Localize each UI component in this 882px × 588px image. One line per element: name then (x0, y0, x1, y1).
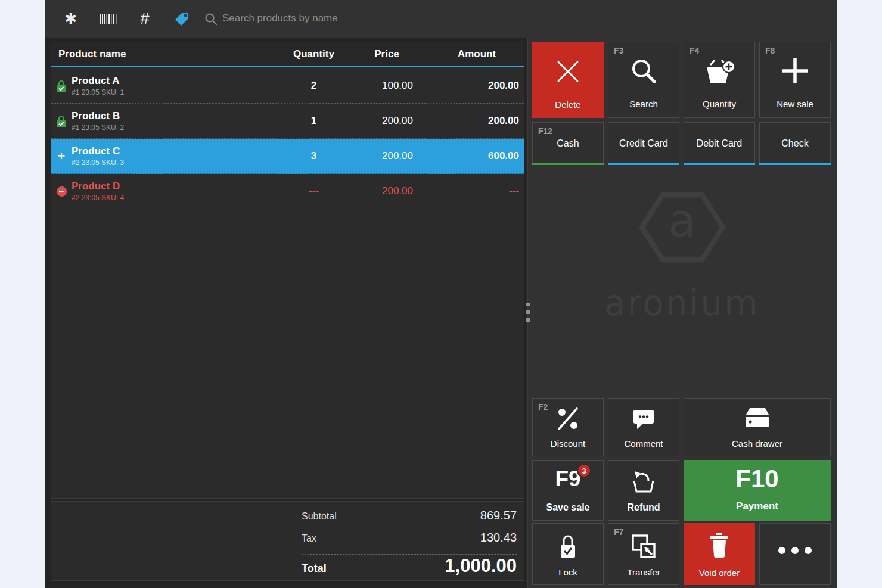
payment-button[interactable]: F10 Payment (684, 460, 831, 521)
search-input[interactable] (222, 8, 651, 29)
table-row-product-d-voided[interactable]: Product D #2 23:05 SKU: 4 --- 200.00 --- (51, 174, 524, 209)
product-name: Product C (72, 145, 288, 157)
hash-sku-icon[interactable]: # (132, 0, 158, 38)
new-sale-button[interactable]: F8 New sale (759, 42, 831, 118)
pos-app-window: ✱ # (45, 0, 837, 588)
transfer-button[interactable]: F7 Transfer (608, 523, 679, 585)
hexagon-icon (639, 189, 726, 265)
payment-label: Payment (684, 500, 831, 512)
refund-basket-icon (608, 469, 679, 495)
transfer-label: Transfer (608, 567, 679, 577)
refund-label: Refund (608, 502, 679, 513)
quantity-button[interactable]: F4 Quantity (684, 42, 755, 118)
product-name: Product A (72, 75, 288, 87)
refund-button[interactable]: Refund (608, 460, 679, 521)
price-value: 100.00 (339, 80, 434, 92)
lock-check-icon (533, 533, 603, 561)
void-order-button[interactable]: Void order (684, 523, 755, 585)
totals-summary-panel: Subtotal 869.57 Tax 130.43 Total 1,000.0… (51, 501, 524, 581)
price-tag-icon[interactable] (169, 0, 195, 38)
sale-items-table: Product name Quantity Price Amount P (51, 42, 524, 499)
amount-value: --- (434, 185, 524, 197)
debit-card-accent-bar (684, 163, 755, 165)
comment-bubble-icon (608, 408, 679, 431)
search-product-button[interactable]: F3 Search (608, 42, 679, 118)
amount-value: 600.00 (434, 150, 524, 162)
check-label: Check (760, 138, 830, 149)
delete-button[interactable]: Delete (532, 42, 604, 118)
price-value: 200.00 (339, 115, 434, 127)
void-order-label: Void order (684, 568, 755, 578)
save-sale-button[interactable]: F9 3 Save sale (532, 460, 604, 521)
credit-card-accent-bar (608, 163, 679, 165)
quantity-label: Quantity (684, 99, 754, 109)
favorites-asterisk-icon[interactable]: ✱ (58, 0, 84, 38)
tax-value: 130.43 (480, 531, 517, 545)
product-meta: #2 23:05 SKU: 3 (72, 158, 288, 167)
summary-divider (302, 554, 517, 555)
amount-value: 200.00 (434, 80, 524, 92)
search-label: Search (608, 99, 679, 109)
debit-card-payment-button[interactable]: Debit Card (684, 122, 755, 165)
table-row-product-b[interactable]: Product B #1 23:05 SKU: 2 1 200.00 200.0… (51, 104, 524, 139)
cash-drawer-button[interactable]: Cash drawer (684, 398, 831, 456)
added-item-icon: + (51, 148, 72, 164)
check-accent-bar (759, 163, 831, 165)
discount-button[interactable]: F2 Discount (532, 398, 604, 456)
price-value: 200.00 (339, 185, 434, 197)
sale-items-pane: Product name Quantity Price Amount P (45, 38, 527, 588)
brand-name: aronium (527, 283, 837, 323)
table-header-row: Product name Quantity Price Amount (51, 42, 524, 67)
saved-sales-count-badge: 3 (577, 463, 591, 478)
product-name: Product D (72, 181, 288, 192)
trash-icon (684, 533, 755, 559)
more-options-button[interactable] (759, 523, 831, 585)
transfer-squares-icon (608, 532, 679, 561)
product-cell: Product A #1 23:05 SKU: 1 (72, 75, 288, 97)
removed-item-icon (51, 186, 72, 197)
hotkey-label: F12 (538, 126, 552, 136)
header-product-name: Product name (51, 48, 288, 60)
quantity-value: --- (288, 185, 339, 197)
lock-icon-svg (57, 80, 66, 92)
product-meta: #1 23:05 SKU: 1 (72, 88, 288, 97)
table-rows: Product A #1 23:05 SKU: 1 2 100.00 200.0… (51, 69, 524, 209)
credit-card-label: Credit Card (608, 138, 679, 149)
product-cell: Product B #1 23:05 SKU: 2 (72, 110, 288, 132)
subtotal-value: 869.57 (480, 509, 517, 522)
comment-label: Comment (608, 438, 679, 449)
plus-icon (760, 55, 830, 86)
product-name: Product B (72, 110, 288, 122)
new-sale-label: New sale (760, 99, 830, 109)
check-payment-button[interactable]: Check (759, 122, 831, 165)
payment-hotkey: F10 (684, 465, 831, 493)
credit-card-payment-button[interactable]: Credit Card (608, 122, 679, 165)
magnifier-icon (608, 55, 679, 86)
plus-icon: + (58, 148, 66, 164)
splitter-grip-dot[interactable] (526, 303, 530, 306)
table-row-product-c-selected[interactable]: + Product C #2 23:05 SKU: 3 3 200.00 600… (51, 139, 524, 174)
barcode-icon[interactable] (95, 0, 121, 38)
splitter-grip-dot[interactable] (526, 310, 530, 314)
header-price: Price (339, 48, 434, 60)
cash-drawer-icon (684, 407, 830, 430)
header-quantity: Quantity (288, 48, 339, 60)
tax-label: Tax (302, 533, 316, 544)
percent-icon (533, 406, 603, 432)
total-value: 1,000.00 (445, 555, 517, 577)
table-row-product-a[interactable]: Product A #1 23:05 SKU: 1 2 100.00 200.0… (51, 69, 524, 104)
locked-item-icon (51, 80, 72, 92)
price-value: 200.00 (339, 150, 434, 162)
lock-button[interactable]: Lock (532, 523, 604, 585)
comment-button[interactable]: Comment (608, 398, 679, 456)
minus-icon (57, 186, 67, 197)
lock-icon-svg (57, 115, 66, 127)
splitter-grip-dot[interactable] (526, 318, 530, 322)
product-cell: Product D #2 23:05 SKU: 4 (72, 181, 288, 202)
cash-payment-button[interactable]: F12 Cash (532, 122, 604, 165)
cash-label: Cash (533, 138, 603, 149)
aronium-watermark: a aronium (527, 189, 837, 323)
hotkey-label: F8 (765, 46, 775, 55)
quantity-value: 2 (288, 80, 339, 92)
aronium-logo-hexagon: a (639, 189, 726, 265)
